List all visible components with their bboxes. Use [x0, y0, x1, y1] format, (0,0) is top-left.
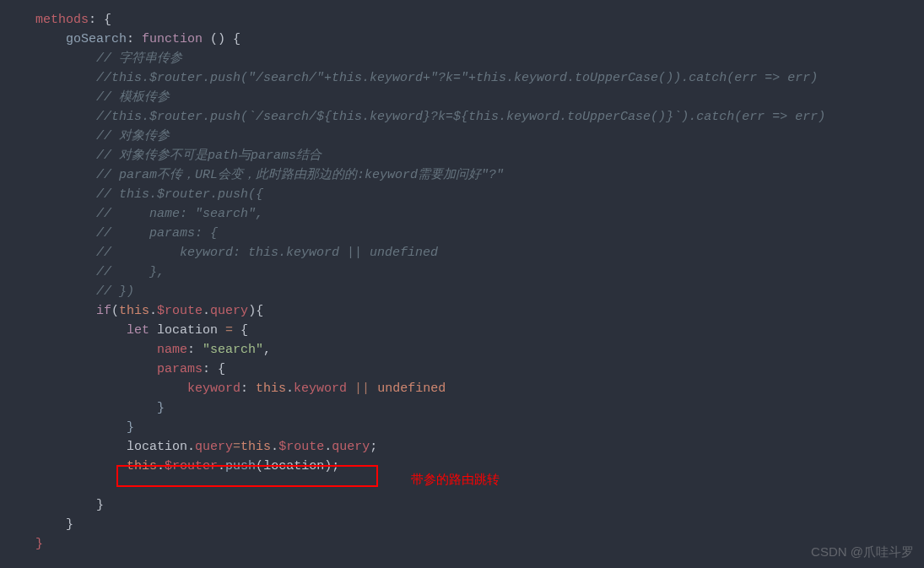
comment-6: // 对象传参不可是path与params结合 [96, 149, 322, 163]
code-line-10: // this.$router.push({ [35, 185, 924, 204]
code-line-26: } [35, 495, 924, 515]
code-line-11: // name: "search", [35, 204, 924, 224]
code-line-17: let location = { [35, 321, 924, 340]
comment-12: // }, [96, 265, 165, 279]
comment-2: //this.$router.push("/search/"+this.keyw… [96, 71, 818, 85]
comment-4: //this.$router.push(`/search/${this.keyw… [96, 110, 825, 124]
watermark-text: CSDN @爪哇斗罗 [811, 542, 914, 561]
code-line-14: // }, [35, 262, 924, 282]
code-line-16: if(this.$route.query){ [35, 301, 924, 321]
code-line-4: //this.$router.push("/search/"+this.keyw… [35, 68, 924, 88]
comment-7: // param不传，URL会变，此时路由那边的的:keyword需要加问好"?… [96, 168, 504, 182]
token-let: let [127, 323, 149, 338]
code-line-19: params: { [35, 360, 924, 379]
token-methods: methods [35, 13, 89, 27]
token-goSearch: goSearch [66, 32, 127, 46]
comment-1: // 字符串传参 [96, 51, 182, 66]
code-line-20: keyword: this.keyword || undefined [35, 379, 924, 398]
comment-5: // 对象传参 [96, 129, 170, 143]
token-this: this [119, 304, 149, 318]
comment-3: // 模板传参 [96, 90, 170, 105]
code-line-3: // 字符串传参 [35, 49, 924, 68]
code-line-21: } [35, 398, 924, 418]
comment-9: // name: "search", [96, 207, 263, 221]
code-line-23: location.query=this.$route.query; [35, 437, 924, 457]
comment-10: // params: { [96, 226, 218, 241]
comment-11: // keyword: this.keyword || undefined [96, 246, 438, 260]
code-line-15: // }) [35, 282, 924, 301]
annotation-text: 带参的路由跳转 [411, 469, 500, 489]
token-if: if [96, 304, 111, 318]
code-line-7: // 对象传参 [35, 127, 924, 146]
code-line-18: name: "search", [35, 340, 924, 360]
code-line-1: methods: { [35, 10, 924, 30]
comment-13: // }) [96, 284, 134, 299]
code-line-13: // keyword: this.keyword || undefined [35, 243, 924, 262]
code-line-28: } [35, 534, 924, 554]
code-line-8: // 对象传参不可是path与params结合 [35, 146, 924, 165]
code-line-9: // param不传，URL会变，此时路由那边的的:keyword需要加问好"?… [35, 165, 924, 185]
code-line-27: } [35, 515, 924, 534]
code-line-2: goSearch: function () { [35, 30, 924, 49]
token-function: function [142, 32, 203, 46]
comment-8: // this.$router.push({ [96, 187, 263, 202]
code-line-22: } [35, 418, 924, 437]
code-line-12: // params: { [35, 224, 924, 243]
code-line-5: // 模板传参 [35, 88, 924, 107]
code-line-6: //this.$router.push(`/search/${this.keyw… [35, 107, 924, 127]
